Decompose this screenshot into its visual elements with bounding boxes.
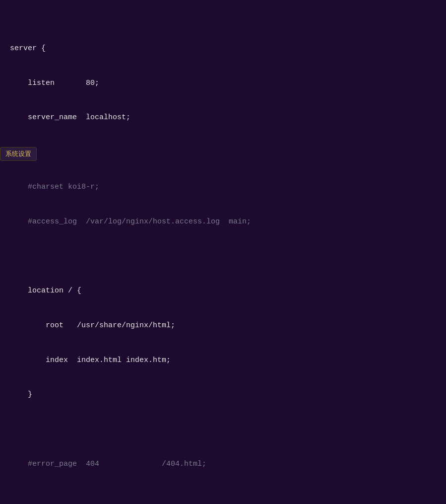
code-line: server {	[10, 43, 436, 54]
code-line: #charset koi8-r;	[10, 181, 436, 193]
code-line: #error_page 404 /404.html;	[10, 458, 436, 470]
code-line	[10, 424, 436, 435]
code-line	[10, 493, 436, 504]
code-viewer: 系统设置 server { listen 80; server_name loc…	[0, 0, 446, 504]
code-line	[10, 146, 436, 158]
code-line	[10, 250, 436, 262]
code-line: #access_log /var/log/nginx/host.access.l…	[10, 216, 436, 227]
code-line: location / {	[10, 285, 436, 296]
code-line: root /usr/share/nginx/html;	[10, 320, 436, 331]
code-line: listen 80;	[10, 77, 436, 89]
code-line: }	[10, 389, 436, 400]
tooltip[interactable]: 系统设置	[0, 147, 37, 161]
code-line: index index.html index.htm;	[10, 355, 436, 366]
code-line: server_name localhost;	[10, 112, 436, 123]
